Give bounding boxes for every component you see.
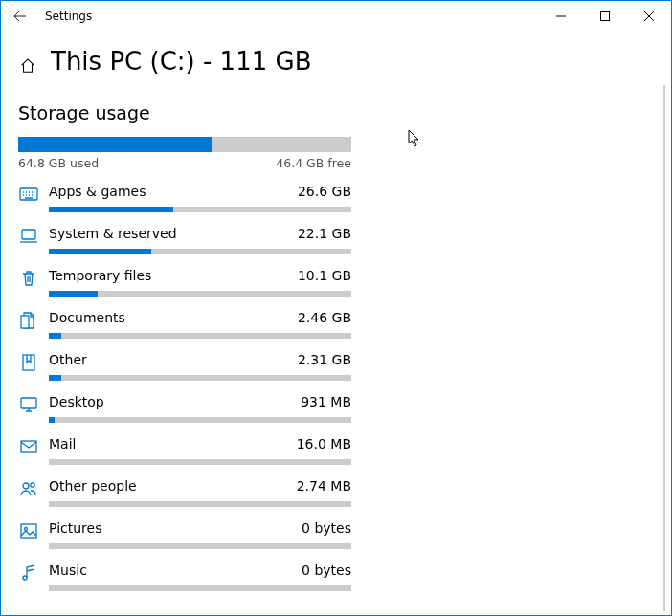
category-name: Apps & games xyxy=(49,184,146,199)
category-row[interactable]: Apps & games26.6 GB xyxy=(18,184,365,212)
pictures-icon xyxy=(18,520,39,541)
svg-point-8 xyxy=(31,483,34,487)
category-bar xyxy=(49,207,351,212)
svg-point-11 xyxy=(23,576,27,580)
page-title: This PC (C:) - 111 GB xyxy=(51,47,311,76)
category-row[interactable]: Desktop931 MB xyxy=(18,394,365,423)
category-fill xyxy=(49,417,55,423)
category-name: Other people xyxy=(49,478,137,494)
category-size: 10.1 GB xyxy=(298,268,351,283)
category-row[interactable]: Other people2.74 MB xyxy=(18,478,365,507)
system-icon xyxy=(18,226,39,247)
category-body: Other2.31 GB xyxy=(49,352,365,381)
category-bar xyxy=(49,249,351,254)
category-size: 22.1 GB xyxy=(298,226,351,241)
category-size: 2.31 GB xyxy=(298,352,351,367)
apps-icon xyxy=(18,184,39,205)
category-fill xyxy=(49,249,151,254)
cursor-icon xyxy=(408,129,421,148)
page-header: This PC (C:) - 111 GB xyxy=(1,32,671,91)
window-controls xyxy=(539,1,671,32)
category-bar xyxy=(49,333,351,339)
category-body: Mail16.0 MB xyxy=(49,436,365,465)
category-size: 2.46 GB xyxy=(298,310,351,325)
category-size: 931 MB xyxy=(301,394,351,409)
storage-usage-bar xyxy=(18,137,351,152)
back-button[interactable] xyxy=(1,1,39,32)
maximize-icon xyxy=(600,11,610,21)
other-icon xyxy=(18,352,39,373)
category-row[interactable]: Music0 bytes xyxy=(18,562,365,591)
svg-rect-3 xyxy=(21,316,29,328)
desktop-icon xyxy=(18,394,39,415)
category-body: Music0 bytes xyxy=(49,562,365,591)
minimize-icon xyxy=(556,11,566,21)
category-row[interactable]: Pictures0 bytes xyxy=(18,520,365,549)
settings-window: Settings This PC (C:) - 111 GB Storage u… xyxy=(0,0,672,616)
category-row[interactable]: System & reserved22.1 GB xyxy=(18,226,365,254)
category-name: System & reserved xyxy=(49,226,177,241)
category-name: Mail xyxy=(49,436,76,451)
window-title: Settings xyxy=(39,10,539,23)
titlebar: Settings xyxy=(1,1,671,32)
category-bar xyxy=(49,375,351,381)
storage-usage-fill xyxy=(18,137,212,152)
category-name: Pictures xyxy=(49,520,101,536)
category-fill xyxy=(49,207,173,212)
category-body: Temporary files10.1 GB xyxy=(49,268,365,297)
category-row[interactable]: Temporary files10.1 GB xyxy=(18,268,365,297)
category-row[interactable]: Mail16.0 MB xyxy=(18,436,365,465)
documents-icon xyxy=(18,310,39,331)
category-name: Other xyxy=(49,352,87,367)
free-label: 46.4 GB free xyxy=(276,156,351,170)
category-name: Desktop xyxy=(49,394,104,409)
category-size: 0 bytes xyxy=(302,562,351,578)
content-area: Storage usage 64.8 GB used 46.4 GB free … xyxy=(1,102,365,591)
category-body: Desktop931 MB xyxy=(49,394,365,423)
svg-rect-4 xyxy=(23,355,34,370)
category-size: 16.0 MB xyxy=(297,436,351,451)
category-fill xyxy=(49,291,98,297)
svg-rect-0 xyxy=(601,12,610,21)
home-icon xyxy=(19,57,36,75)
music-icon xyxy=(18,562,39,583)
storage-usage-labels: 64.8 GB used 46.4 GB free xyxy=(18,156,351,170)
used-label: 64.8 GB used xyxy=(18,156,99,170)
scrollbar[interactable] xyxy=(663,85,665,611)
category-body: Other people2.74 MB xyxy=(49,478,365,507)
close-button[interactable] xyxy=(627,1,671,32)
trash-icon xyxy=(18,268,39,289)
category-name: Temporary files xyxy=(49,268,151,283)
mail-icon xyxy=(18,436,39,457)
people-icon xyxy=(18,478,39,499)
section-heading: Storage usage xyxy=(18,102,365,123)
category-fill xyxy=(49,333,61,339)
category-size: 0 bytes xyxy=(302,520,351,536)
category-bar xyxy=(49,459,351,465)
category-body: Apps & games26.6 GB xyxy=(49,184,365,212)
category-bar xyxy=(49,543,351,549)
home-button[interactable] xyxy=(18,56,37,76)
svg-rect-5 xyxy=(21,398,36,408)
svg-rect-6 xyxy=(21,441,36,452)
category-body: System & reserved22.1 GB xyxy=(49,226,365,254)
category-name: Documents xyxy=(49,310,125,325)
category-fill xyxy=(49,375,61,381)
category-name: Music xyxy=(49,562,87,578)
minimize-button[interactable] xyxy=(539,1,583,32)
category-row[interactable]: Other2.31 GB xyxy=(18,352,365,381)
category-body: Pictures0 bytes xyxy=(49,520,365,549)
arrow-left-icon xyxy=(13,10,27,23)
category-size: 2.74 MB xyxy=(297,478,351,494)
category-bar xyxy=(49,501,351,507)
category-body: Documents2.46 GB xyxy=(49,310,365,339)
close-icon xyxy=(643,11,655,22)
svg-rect-2 xyxy=(22,230,35,239)
svg-rect-9 xyxy=(21,524,36,538)
category-bar xyxy=(49,417,351,423)
category-bar xyxy=(49,585,351,591)
maximize-button[interactable] xyxy=(583,1,627,32)
svg-point-7 xyxy=(23,483,29,489)
category-row[interactable]: Documents2.46 GB xyxy=(18,310,365,339)
category-size: 26.6 GB xyxy=(298,184,351,199)
